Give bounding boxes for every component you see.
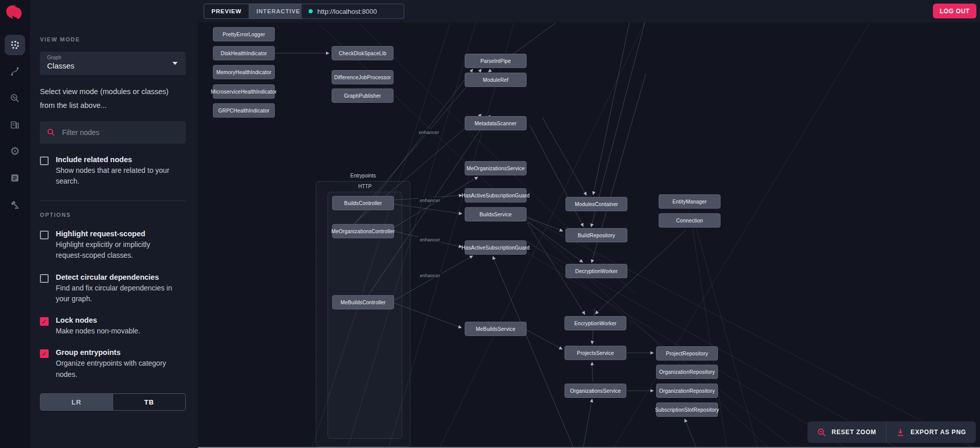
- library-icon: [10, 120, 20, 130]
- option-lock-nodes[interactable]: Lock nodes Make nodes non-movable.: [40, 316, 186, 337]
- graph-node[interactable]: DifferenceJobProcessor: [332, 70, 394, 84]
- tab-preview[interactable]: PREVIEW: [204, 4, 249, 18]
- graph-node[interactable]: DecryptionWorker: [565, 264, 627, 278]
- url-text: http://localhost:8000: [317, 8, 377, 15]
- graph-mode-select[interactable]: Graph Classes: [40, 52, 186, 75]
- graph-node[interactable]: EncryptionWorker: [564, 316, 626, 330]
- option-desc: Organize entrypoints with category nodes…: [56, 358, 178, 380]
- graph-node[interactable]: ModulesContainer: [565, 197, 627, 211]
- rail-item-logs[interactable]: [5, 168, 25, 188]
- graph-node[interactable]: BuildsService: [465, 207, 527, 221]
- top-bar: PREVIEW INTERACTIVE http://localhost:800…: [30, 0, 980, 23]
- export-png-label: EXPORT AS PNG: [910, 429, 966, 436]
- graph-node[interactable]: ParseIntPipe: [465, 54, 527, 68]
- tab-interactive[interactable]: INTERACTIVE: [249, 4, 307, 18]
- rail-item-graph-view[interactable]: [5, 35, 25, 55]
- group-label: HTTP: [358, 184, 372, 189]
- graph-node[interactable]: MetadataScanner: [465, 116, 527, 130]
- option-desc: Highlight explicitly or implicitly reque…: [56, 239, 178, 261]
- graph-node[interactable]: MeBuildsController: [332, 295, 394, 309]
- rail-item-tools[interactable]: [5, 194, 25, 215]
- option-detect-circular[interactable]: Detect circular dependencies Find and fi…: [40, 273, 186, 305]
- tools-gavel-icon: [10, 199, 20, 210]
- view-mode-heading: VIEW MODE: [40, 36, 186, 42]
- options-heading: OPTIONS: [40, 212, 186, 218]
- graph-node[interactable]: OrganizationRepository: [656, 384, 718, 398]
- graph-node[interactable]: MicroserviceHealthIndicator: [213, 84, 275, 99]
- direction-lr-button[interactable]: LR: [40, 394, 113, 410]
- detect-circular-checkbox[interactable]: [40, 274, 49, 283]
- include-related-title: Include related nodes: [56, 155, 178, 164]
- graph-view-icon: [10, 40, 20, 50]
- include-related-checkbox[interactable]: [40, 156, 49, 165]
- settings-gear-icon: ⚙: [10, 146, 20, 157]
- direction-tb-button[interactable]: TB: [113, 394, 185, 410]
- graph-node[interactable]: SubscriptionSlotRepository: [656, 402, 718, 417]
- graph-node[interactable]: OrganizationsService: [564, 384, 626, 398]
- graph-node[interactable]: MeOrganizationsService: [465, 161, 527, 175]
- graph-node[interactable]: HasActiveSubscriptionGuard: [465, 188, 527, 203]
- option-title: Lock nodes: [56, 316, 178, 324]
- canvas-controls: RESET ZOOM EXPORT AS PNG: [808, 421, 976, 443]
- option-group-entrypoints[interactable]: Group entrypoints Organize entrypoints w…: [40, 348, 186, 380]
- download-icon: [896, 428, 905, 437]
- graph-node[interactable]: MemoryHealthIndicator: [213, 65, 275, 79]
- route-icon: [10, 66, 20, 77]
- graph-node[interactable]: BuildRepository: [565, 228, 627, 242]
- graph-node[interactable]: EntityManager: [659, 194, 721, 209]
- option-title: Group entrypoints: [56, 348, 178, 356]
- edge-label: enhancer: [417, 129, 441, 135]
- reset-zoom-label: RESET ZOOM: [832, 429, 876, 436]
- url-field[interactable]: http://localhost:8000: [301, 4, 404, 19]
- graph-node[interactable]: ProjectRepository: [656, 346, 718, 361]
- graph-node[interactable]: GraphPublisher: [332, 88, 394, 103]
- highlight-request-scoped-checkbox[interactable]: [40, 231, 49, 239]
- graph-node[interactable]: PrettyErrorLogger: [213, 27, 275, 41]
- graph-node[interactable]: MeOrganizationsController: [332, 224, 394, 238]
- graph-node[interactable]: MeBuildsService: [465, 322, 527, 336]
- zoom-reset-icon: [817, 428, 826, 437]
- graph-node[interactable]: Connection: [659, 213, 721, 228]
- lock-nodes-checkbox[interactable]: [40, 317, 49, 326]
- filter-nodes-box: [40, 121, 186, 144]
- reset-zoom-button[interactable]: RESET ZOOM: [808, 421, 886, 443]
- graph-node[interactable]: HasActiveSubscriptionGuard: [465, 240, 527, 255]
- graph-node[interactable]: ModuleRef: [465, 73, 527, 87]
- inspect-icon: [10, 93, 20, 103]
- graph-node[interactable]: ProjectsService: [564, 346, 626, 360]
- select-label: Graph: [47, 55, 179, 60]
- view-mode-helper-text: Select view mode (modules or classes) fr…: [40, 85, 185, 113]
- option-highlight-request-scoped[interactable]: Highlight request-scoped Highlight expli…: [40, 230, 186, 261]
- graph-node[interactable]: OrganizationRepository: [656, 365, 718, 379]
- select-value: Classes: [47, 61, 179, 70]
- group-entrypoints-checkbox[interactable]: [40, 349, 49, 358]
- chevron-down-icon: [172, 62, 178, 65]
- graph-node[interactable]: DiskHealthIndicator: [213, 46, 275, 60]
- option-desc: Make nodes non-movable.: [56, 326, 178, 337]
- filter-nodes-input[interactable]: [61, 128, 179, 137]
- option-title: Highlight request-scoped: [56, 230, 178, 238]
- status-dot: [309, 9, 313, 13]
- logs-document-icon: [10, 173, 20, 183]
- rail-item-routes[interactable]: [5, 61, 25, 82]
- panel-divider: [40, 200, 186, 201]
- include-related-row[interactable]: Include related nodes Show nodes that ar…: [40, 155, 186, 187]
- include-related-desc: Show nodes that are related to your sear…: [56, 165, 178, 187]
- settings-panel: VIEW MODE Graph Classes Select view mode…: [30, 23, 198, 448]
- graph-canvas[interactable]: RESET ZOOM EXPORT AS PNG EntrypointsHTTP…: [198, 23, 980, 448]
- group-label: Entrypoints: [350, 173, 376, 178]
- rail-item-library[interactable]: [5, 115, 25, 135]
- graph-node[interactable]: CheckDiskSpaceLib: [332, 46, 394, 60]
- log-out-button[interactable]: LOG OUT: [933, 4, 976, 18]
- edge-label: enhancer: [418, 197, 442, 203]
- rail-item-settings[interactable]: ⚙: [5, 141, 25, 162]
- edge-label: enhancer: [418, 237, 442, 242]
- nestjs-logo: [5, 3, 24, 21]
- search-icon: [47, 128, 55, 137]
- graph-node[interactable]: BuildsController: [332, 196, 394, 210]
- option-desc: Find and fix circular dependencies in yo…: [56, 283, 178, 305]
- export-png-button[interactable]: EXPORT AS PNG: [886, 421, 976, 443]
- layout-direction-toggle: LR TB: [40, 393, 186, 411]
- graph-node[interactable]: GRPCHealthIndicator: [213, 103, 275, 118]
- rail-item-inspect[interactable]: [5, 88, 25, 108]
